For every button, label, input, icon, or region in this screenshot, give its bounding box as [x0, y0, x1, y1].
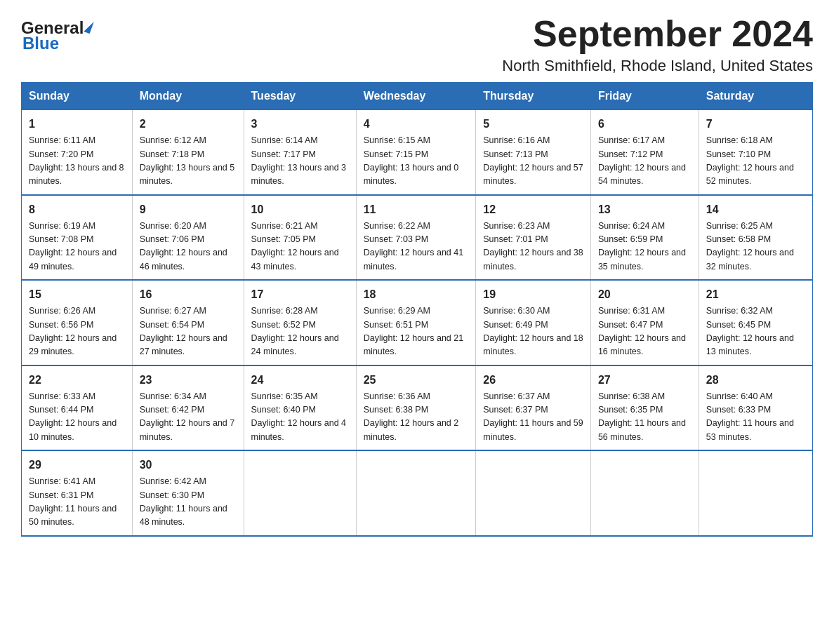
day-number: 2	[140, 116, 237, 133]
day-info: Sunrise: 6:19 AMSunset: 7:08 PMDaylight:…	[29, 220, 125, 274]
day-number: 9	[140, 201, 237, 218]
calendar-title: September 2024	[502, 14, 813, 54]
day-number: 5	[483, 116, 583, 133]
calendar-body: 1Sunrise: 6:11 AMSunset: 7:20 PMDaylight…	[22, 110, 813, 536]
table-row: 30Sunrise: 6:42 AMSunset: 6:30 PMDayligh…	[132, 450, 244, 536]
day-number: 6	[598, 116, 691, 133]
col-saturday: Saturday	[699, 83, 812, 110]
day-number: 28	[706, 372, 805, 389]
table-row: 18Sunrise: 6:29 AMSunset: 6:51 PMDayligh…	[356, 280, 476, 365]
calendar-header: Sunday Monday Tuesday Wednesday Thursday…	[22, 83, 813, 110]
day-info: Sunrise: 6:35 AMSunset: 6:40 PMDaylight:…	[251, 390, 349, 445]
day-number: 3	[251, 116, 349, 133]
day-info: Sunrise: 6:27 AMSunset: 6:54 PMDaylight:…	[140, 304, 237, 359]
table-row: 12Sunrise: 6:23 AMSunset: 7:01 PMDayligh…	[476, 195, 591, 281]
table-row: 11Sunrise: 6:22 AMSunset: 7:03 PMDayligh…	[356, 195, 476, 281]
table-row	[356, 450, 476, 536]
col-thursday: Thursday	[476, 83, 591, 110]
day-number: 1	[29, 116, 125, 133]
title-block: September 2024 North Smithfield, Rhode I…	[502, 14, 813, 75]
logo: General Blue	[21, 20, 92, 52]
table-row: 23Sunrise: 6:34 AMSunset: 6:42 PMDayligh…	[132, 365, 244, 451]
page-header: General Blue September 2024 North Smithf…	[21, 14, 813, 75]
day-number: 30	[140, 457, 237, 474]
table-row	[476, 450, 591, 536]
day-number: 21	[706, 286, 805, 303]
day-info: Sunrise: 6:31 AMSunset: 6:47 PMDaylight:…	[598, 304, 691, 359]
table-row: 17Sunrise: 6:28 AMSunset: 6:52 PMDayligh…	[244, 280, 356, 365]
col-friday: Friday	[590, 83, 699, 110]
day-info: Sunrise: 6:23 AMSunset: 7:01 PMDaylight:…	[483, 220, 583, 274]
calendar-table: Sunday Monday Tuesday Wednesday Thursday…	[21, 82, 813, 537]
day-info: Sunrise: 6:34 AMSunset: 6:42 PMDaylight:…	[140, 390, 237, 445]
table-row	[590, 450, 699, 536]
table-row: 16Sunrise: 6:27 AMSunset: 6:54 PMDayligh…	[132, 280, 244, 365]
calendar-week-row: 29Sunrise: 6:41 AMSunset: 6:31 PMDayligh…	[22, 450, 813, 536]
table-row: 7Sunrise: 6:18 AMSunset: 7:10 PMDaylight…	[699, 110, 812, 195]
day-number: 26	[483, 372, 583, 389]
table-row: 1Sunrise: 6:11 AMSunset: 7:20 PMDaylight…	[22, 110, 133, 195]
table-row: 21Sunrise: 6:32 AMSunset: 6:45 PMDayligh…	[699, 280, 812, 365]
table-row: 6Sunrise: 6:17 AMSunset: 7:12 PMDaylight…	[590, 110, 699, 195]
day-number: 24	[251, 372, 349, 389]
table-row: 10Sunrise: 6:21 AMSunset: 7:05 PMDayligh…	[244, 195, 356, 281]
col-sunday: Sunday	[22, 83, 133, 110]
logo-blue-text: Blue	[22, 35, 92, 52]
day-number: 8	[29, 201, 125, 218]
calendar-week-row: 1Sunrise: 6:11 AMSunset: 7:20 PMDaylight…	[22, 110, 813, 195]
table-row: 15Sunrise: 6:26 AMSunset: 6:56 PMDayligh…	[22, 280, 133, 365]
day-info: Sunrise: 6:40 AMSunset: 6:33 PMDaylight:…	[706, 390, 805, 445]
day-number: 25	[364, 372, 469, 389]
table-row: 9Sunrise: 6:20 AMSunset: 7:06 PMDaylight…	[132, 195, 244, 281]
day-info: Sunrise: 6:32 AMSunset: 6:45 PMDaylight:…	[706, 304, 805, 359]
day-info: Sunrise: 6:17 AMSunset: 7:12 PMDaylight:…	[598, 134, 691, 189]
table-row: 26Sunrise: 6:37 AMSunset: 6:37 PMDayligh…	[476, 365, 591, 451]
table-row: 8Sunrise: 6:19 AMSunset: 7:08 PMDaylight…	[22, 195, 133, 281]
calendar-week-row: 15Sunrise: 6:26 AMSunset: 6:56 PMDayligh…	[22, 280, 813, 365]
day-info: Sunrise: 6:29 AMSunset: 6:51 PMDaylight:…	[364, 304, 469, 359]
day-number: 19	[483, 286, 583, 303]
calendar-week-row: 22Sunrise: 6:33 AMSunset: 6:44 PMDayligh…	[22, 365, 813, 451]
days-of-week-row: Sunday Monday Tuesday Wednesday Thursday…	[22, 83, 813, 110]
day-number: 10	[251, 201, 349, 218]
day-info: Sunrise: 6:20 AMSunset: 7:06 PMDaylight:…	[140, 220, 237, 274]
table-row: 4Sunrise: 6:15 AMSunset: 7:15 PMDaylight…	[356, 110, 476, 195]
day-info: Sunrise: 6:11 AMSunset: 7:20 PMDaylight:…	[29, 134, 125, 189]
table-row: 2Sunrise: 6:12 AMSunset: 7:18 PMDaylight…	[132, 110, 244, 195]
day-number: 23	[140, 372, 237, 389]
day-info: Sunrise: 6:42 AMSunset: 6:30 PMDaylight:…	[140, 475, 237, 530]
day-number: 20	[598, 286, 691, 303]
day-info: Sunrise: 6:24 AMSunset: 6:59 PMDaylight:…	[598, 220, 691, 274]
day-info: Sunrise: 6:33 AMSunset: 6:44 PMDaylight:…	[29, 390, 125, 445]
day-number: 4	[364, 116, 469, 133]
col-wednesday: Wednesday	[356, 83, 476, 110]
day-number: 13	[598, 201, 691, 218]
day-info: Sunrise: 6:30 AMSunset: 6:49 PMDaylight:…	[483, 304, 583, 359]
day-number: 7	[706, 116, 805, 133]
table-row: 14Sunrise: 6:25 AMSunset: 6:58 PMDayligh…	[699, 195, 812, 281]
day-info: Sunrise: 6:21 AMSunset: 7:05 PMDaylight:…	[251, 220, 349, 274]
day-info: Sunrise: 6:18 AMSunset: 7:10 PMDaylight:…	[706, 134, 805, 189]
day-number: 18	[364, 286, 469, 303]
day-info: Sunrise: 6:15 AMSunset: 7:15 PMDaylight:…	[364, 134, 469, 189]
day-info: Sunrise: 6:38 AMSunset: 6:35 PMDaylight:…	[598, 390, 691, 445]
calendar-week-row: 8Sunrise: 6:19 AMSunset: 7:08 PMDaylight…	[22, 195, 813, 281]
table-row: 19Sunrise: 6:30 AMSunset: 6:49 PMDayligh…	[476, 280, 591, 365]
day-number: 12	[483, 201, 583, 218]
day-number: 11	[364, 201, 469, 218]
table-row: 29Sunrise: 6:41 AMSunset: 6:31 PMDayligh…	[22, 450, 133, 536]
day-info: Sunrise: 6:25 AMSunset: 6:58 PMDaylight:…	[706, 220, 805, 274]
table-row: 24Sunrise: 6:35 AMSunset: 6:40 PMDayligh…	[244, 365, 356, 451]
day-info: Sunrise: 6:26 AMSunset: 6:56 PMDaylight:…	[29, 304, 125, 359]
day-info: Sunrise: 6:37 AMSunset: 6:37 PMDaylight:…	[483, 390, 583, 445]
table-row	[699, 450, 812, 536]
calendar-subtitle: North Smithfield, Rhode Island, United S…	[502, 57, 813, 75]
day-info: Sunrise: 6:14 AMSunset: 7:17 PMDaylight:…	[251, 134, 349, 189]
table-row: 25Sunrise: 6:36 AMSunset: 6:38 PMDayligh…	[356, 365, 476, 451]
day-info: Sunrise: 6:16 AMSunset: 7:13 PMDaylight:…	[483, 134, 583, 189]
table-row: 20Sunrise: 6:31 AMSunset: 6:47 PMDayligh…	[590, 280, 699, 365]
table-row: 5Sunrise: 6:16 AMSunset: 7:13 PMDaylight…	[476, 110, 591, 195]
day-info: Sunrise: 6:41 AMSunset: 6:31 PMDaylight:…	[29, 475, 125, 530]
table-row: 3Sunrise: 6:14 AMSunset: 7:17 PMDaylight…	[244, 110, 356, 195]
table-row: 28Sunrise: 6:40 AMSunset: 6:33 PMDayligh…	[699, 365, 812, 451]
